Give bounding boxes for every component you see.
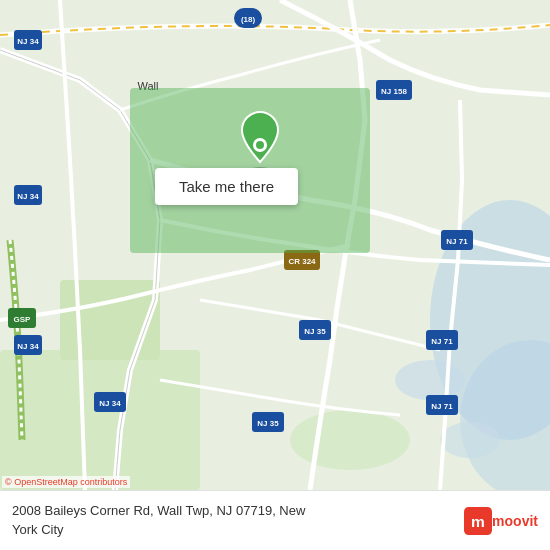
svg-text:NJ 34: NJ 34: [17, 192, 39, 201]
svg-rect-5: [0, 350, 200, 490]
address-text: 2008 Baileys Corner Rd, Wall Twp, NJ 077…: [12, 502, 464, 538]
svg-text:GSP: GSP: [14, 315, 32, 324]
svg-text:NJ 71: NJ 71: [431, 402, 453, 411]
svg-point-4: [440, 422, 500, 458]
svg-text:NJ 71: NJ 71: [431, 337, 453, 346]
svg-text:NJ 35: NJ 35: [257, 419, 279, 428]
svg-point-7: [290, 410, 410, 470]
svg-text:NJ 71: NJ 71: [446, 237, 468, 246]
take-me-there-button[interactable]: Take me there: [155, 168, 298, 205]
svg-text:NJ 34: NJ 34: [17, 342, 39, 351]
svg-text:CR 324: CR 324: [288, 257, 316, 266]
svg-text:NJ 34: NJ 34: [17, 37, 39, 46]
svg-text:(18): (18): [241, 15, 256, 24]
svg-text:NJ 34: NJ 34: [99, 399, 121, 408]
bottom-bar: 2008 Baileys Corner Rd, Wall Twp, NJ 077…: [0, 490, 550, 550]
map-container: NJ 34 NJ 34 NJ 34 NJ 34 NJ 35 NJ 35 NJ 7…: [0, 0, 550, 490]
moovit-icon: m: [464, 507, 492, 535]
svg-point-38: [256, 141, 264, 149]
osm-credit: © OpenStreetMap contributors: [2, 476, 130, 488]
svg-text:m: m: [471, 513, 485, 530]
moovit-logo: m moovit: [464, 507, 538, 535]
svg-text:NJ 158: NJ 158: [381, 87, 407, 96]
moovit-text: moovit: [492, 513, 538, 529]
svg-text:NJ 35: NJ 35: [304, 327, 326, 336]
svg-point-3: [395, 360, 465, 400]
